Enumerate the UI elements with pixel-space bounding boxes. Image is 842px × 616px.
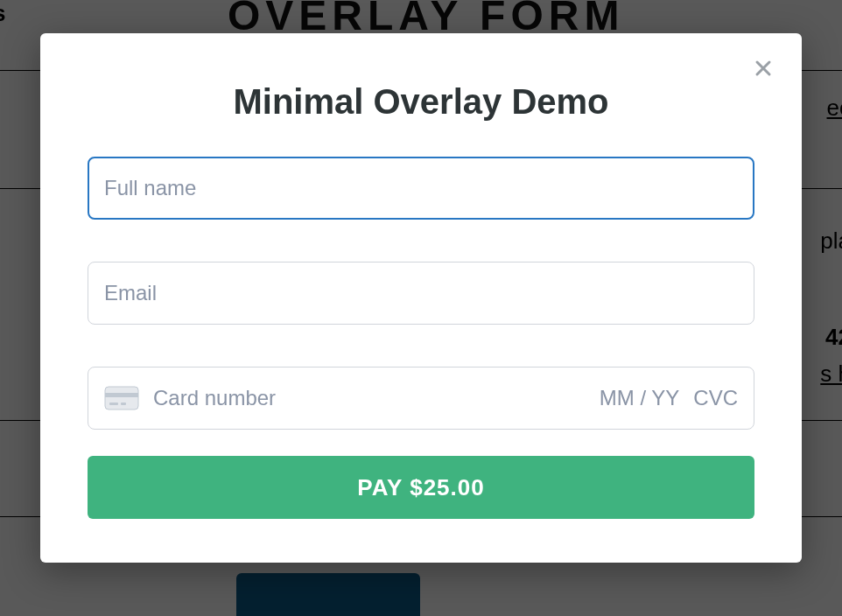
svg-rect-3: [105, 393, 138, 397]
fullname-input[interactable]: [88, 157, 754, 220]
pay-button[interactable]: PAY $25.00: [88, 456, 754, 519]
close-icon: [753, 58, 774, 79]
card-cvc-placeholder[interactable]: CVC: [693, 386, 738, 410]
svg-rect-4: [109, 402, 118, 405]
email-input[interactable]: [88, 262, 754, 325]
credit-card-icon: [104, 386, 139, 410]
card-row[interactable]: MM / YY CVC: [88, 367, 754, 430]
card-number-input[interactable]: [153, 386, 586, 410]
modal-backdrop: Minimal Overlay Demo MM / YY CVC PAY $25…: [0, 0, 842, 616]
svg-rect-5: [121, 402, 126, 405]
card-expiry-placeholder[interactable]: MM / YY: [600, 386, 680, 410]
modal-title: Minimal Overlay Demo: [88, 82, 754, 122]
close-button[interactable]: [747, 52, 779, 84]
payment-modal: Minimal Overlay Demo MM / YY CVC PAY $25…: [40, 33, 802, 563]
svg-rect-2: [105, 387, 138, 410]
